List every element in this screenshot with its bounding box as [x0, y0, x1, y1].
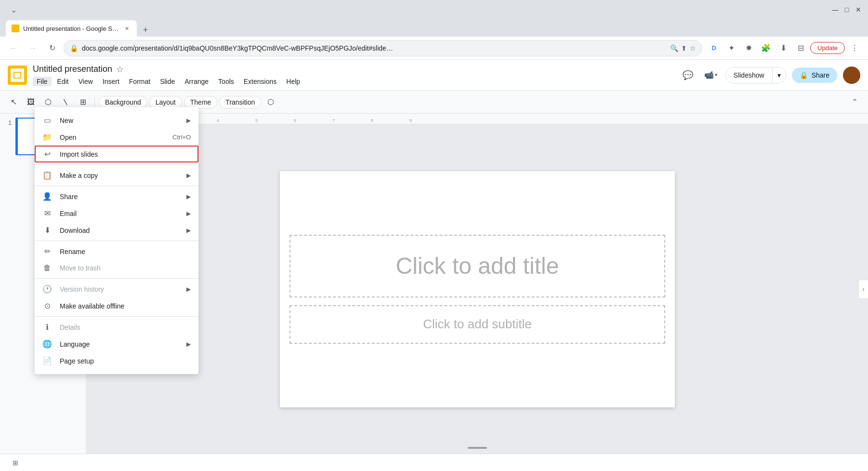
file-menu-download[interactable]: ⬇ Download ▶ — [35, 222, 198, 239]
file-menu-open[interactable]: 📁 Open Ctrl+O — [35, 129, 198, 146]
file-menu-details: ℹ Details — [35, 319, 198, 336]
email-label: Email — [60, 210, 179, 217]
open-shortcut: Ctrl+O — [172, 134, 191, 141]
language-label: Language — [60, 340, 179, 348]
file-menu: ▭ New ▶ 📁 Open Ctrl+O ↩ Import slides 📋 … — [35, 107, 198, 374]
file-menu-section-3: 👤 Share ▶ ✉ Email ▶ ⬇ Download ▶ — [35, 186, 198, 241]
share-icon: 👤 — [42, 192, 52, 201]
file-menu-section-6: ℹ Details 🌐 Language ▶ 📄 Page setup — [35, 317, 198, 371]
pagesetup-icon: 📄 — [42, 356, 52, 365]
version-arrow: ▶ — [186, 286, 191, 293]
download-icon: ⬇ — [42, 226, 52, 235]
rename-label: Rename — [60, 248, 191, 256]
file-menu-new[interactable]: ▭ New ▶ — [35, 112, 198, 129]
import-icon: ↩ — [42, 149, 52, 159]
copy-label: Make a copy — [60, 172, 179, 179]
copy-arrow: ▶ — [186, 172, 191, 179]
new-arrow: ▶ — [186, 117, 191, 124]
file-menu-email[interactable]: ✉ Email ▶ — [35, 205, 198, 222]
share-label: Share — [60, 193, 179, 201]
file-menu-copy[interactable]: 📋 Make a copy ▶ — [35, 167, 198, 184]
file-menu-version: 🕐 Version history ▶ — [35, 281, 198, 297]
file-menu-language[interactable]: 🌐 Language ▶ — [35, 336, 198, 352]
version-icon: 🕐 — [42, 284, 52, 294]
share-arrow: ▶ — [186, 193, 191, 200]
version-label: Version history — [60, 285, 179, 293]
rename-icon: ✏ — [42, 247, 52, 256]
offline-label: Make available offline — [60, 302, 191, 310]
download-label: Download — [60, 227, 179, 234]
file-menu-offline[interactable]: ⊙ Make available offline — [35, 297, 198, 314]
file-menu-section-5: 🕐 Version history ▶ ⊙ Make available off… — [35, 279, 198, 317]
file-menu-trash: 🗑 Move to trash — [35, 260, 198, 276]
details-label: Details — [60, 323, 191, 331]
email-icon: ✉ — [42, 209, 52, 218]
file-menu-rename[interactable]: ✏ Rename — [35, 243, 198, 260]
language-icon: 🌐 — [42, 339, 52, 349]
file-menu-section-4: ✏ Rename 🗑 Move to trash — [35, 241, 198, 279]
file-menu-share[interactable]: 👤 Share ▶ — [35, 188, 198, 205]
email-arrow: ▶ — [186, 210, 191, 217]
new-label: New — [60, 117, 179, 124]
language-arrow: ▶ — [186, 341, 191, 348]
trash-icon: 🗑 — [42, 264, 52, 272]
file-menu-section-1: ▭ New ▶ 📁 Open Ctrl+O ↩ Import slides — [35, 110, 198, 165]
file-menu-section-2: 📋 Make a copy ▶ — [35, 165, 198, 186]
pagesetup-label: Page setup — [60, 357, 191, 365]
open-label: Open — [60, 134, 165, 141]
offline-icon: ⊙ — [42, 301, 52, 310]
import-label: Import slides — [60, 150, 191, 158]
trash-label: Move to trash — [60, 264, 191, 272]
download-arrow: ▶ — [186, 227, 191, 234]
new-icon: ▭ — [42, 116, 52, 125]
file-menu-pagesetup[interactable]: 📄 Page setup — [35, 352, 198, 369]
copy-icon: 📋 — [42, 171, 52, 180]
details-icon: ℹ — [42, 323, 52, 332]
file-menu-import[interactable]: ↩ Import slides — [35, 146, 198, 162]
open-icon: 📁 — [42, 133, 52, 142]
